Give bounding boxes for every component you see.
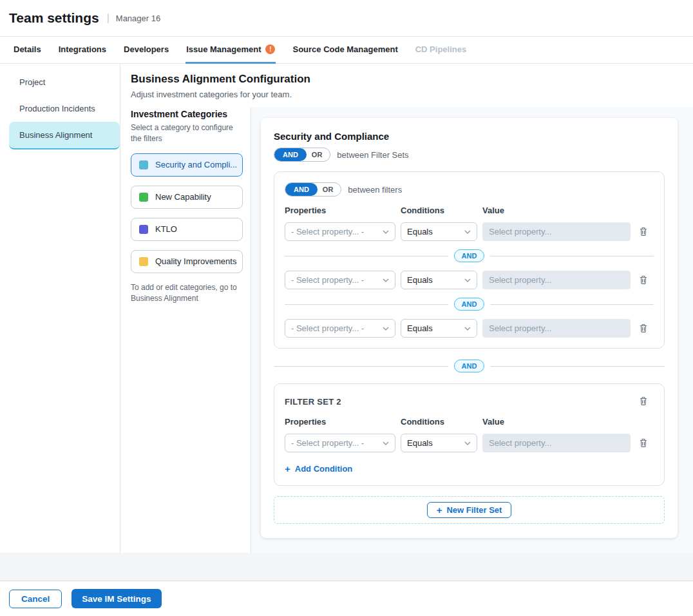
tab-source-code-management[interactable]: Source Code Management [292,37,398,64]
settings-tabbar: Details Integrations Developers Issue Ma… [0,37,693,64]
footer-spacer [0,553,693,581]
filter-set-2-title: FILTER SET 2 [285,394,341,407]
and-separator: AND [285,298,654,311]
conditions-header: Conditions [401,417,482,427]
condition-select[interactable]: Equals [401,434,477,452]
category-color-swatch [139,257,148,266]
tab-integrations[interactable]: Integrations [58,37,107,64]
column-headers: Properties Conditions Value [285,206,654,215]
trash-icon [638,396,649,407]
filter-set-1: AND OR between filters Properties Condit… [274,171,665,349]
chevron-down-icon [464,278,471,282]
and-connector-pill: AND [454,298,485,311]
category-color-swatch [139,193,148,202]
value-input [482,271,631,289]
category-quality-improvements[interactable]: Quality Improvements [131,250,243,273]
warning-icon: ! [265,44,275,54]
trash-icon [638,438,649,448]
new-filter-set-button[interactable]: + New Filter Set [427,502,512,518]
plus-icon: + [285,464,290,474]
investment-categories-panel: Investment Categories Select a category … [120,108,251,553]
filters-andor-toggle[interactable]: AND OR [285,182,341,197]
delete-condition-button[interactable] [637,322,650,335]
property-select[interactable]: - Select property... - [285,271,395,289]
value-header: Value [482,206,504,215]
add-condition-button[interactable]: + Add Condition [285,464,352,474]
conditions-header: Conditions [401,206,482,215]
property-select[interactable]: - Select property... - [285,222,395,241]
chevron-down-icon [383,327,389,331]
plus-icon: + [437,505,442,515]
category-label: Quality Improvements [155,256,236,266]
and-toggle-option[interactable]: AND [274,148,307,161]
or-toggle-option[interactable]: OR [307,148,330,161]
categories-subtitle: Select a category to configure the filte… [131,122,243,144]
and-separator: AND [285,249,654,262]
new-filter-set-dropzone: + New Filter Set [274,496,665,524]
condition-row: - Select property... - Equals [285,319,654,338]
condition-row: - Select property... - Equals [285,271,654,289]
sidebar-item-business-alignment[interactable]: Business Alignment [9,122,120,149]
trash-icon [638,226,649,237]
toggle-suffix: between filters [348,185,402,195]
chevron-down-icon [464,230,471,234]
tab-issue-management[interactable]: Issue Management ! [185,37,276,64]
categories-title: Investment Categories [131,109,243,119]
chevron-down-icon [464,327,471,331]
delete-condition-button[interactable] [637,273,650,287]
or-toggle-option[interactable]: OR [318,183,341,196]
property-select[interactable]: - Select property... - [285,434,395,452]
delete-condition-button[interactable] [637,225,650,238]
category-color-swatch [139,225,148,234]
toggle-suffix: between Filter Sets [337,150,408,160]
condition-row: - Select property... - Equals [285,434,654,452]
filter-set-and-separator: AND [274,360,665,372]
tab-developers[interactable]: Developers [123,37,169,64]
value-input [482,319,631,338]
sidebar-item-project[interactable]: Project [9,69,120,95]
condition-select[interactable]: Equals [401,271,477,289]
value-header: Value [482,417,504,427]
category-ktlo[interactable]: KTLO [131,218,243,241]
and-toggle-option[interactable]: AND [285,183,318,196]
delete-filter-set-button[interactable] [637,394,650,408]
value-input [482,222,631,241]
condition-select[interactable]: Equals [401,319,477,338]
and-connector-pill: AND [454,249,485,262]
filter-sets-andor-toggle[interactable]: AND OR [274,148,330,162]
category-label: KTLO [155,224,177,234]
properties-header: Properties [285,417,401,427]
category-color-swatch [139,160,148,169]
settings-sidebar: Project Production Incidents Business Al… [0,64,120,553]
chevron-down-icon [464,441,471,445]
condition-row: - Select property... - Equals [285,222,654,241]
value-input [482,434,631,452]
categories-footnote: To add or edit categories, go to Busines… [131,282,243,305]
filter-configuration-area: Security and Compliance AND OR between F… [251,108,693,553]
sidebar-item-production-incidents[interactable]: Production Incidents [9,95,120,122]
category-filters-card: Security and Compliance AND OR between F… [261,118,678,538]
category-label: New Capability [155,192,211,202]
page-header: Team settings | Manager 16 [0,0,693,37]
property-select[interactable]: - Select property... - [285,319,395,338]
category-security-and-compliance[interactable]: Security and Compli... [131,153,243,177]
and-connector-pill: AND [454,360,485,372]
chevron-down-icon [383,278,389,282]
cancel-button[interactable]: Cancel [9,590,62,608]
title-divider: | [107,12,109,24]
category-new-capability[interactable]: New Capability [131,186,243,209]
delete-condition-button[interactable] [637,436,650,450]
tab-details[interactable]: Details [13,37,42,64]
properties-header: Properties [285,206,401,215]
column-headers: Properties Conditions Value [285,417,654,427]
selected-category-title: Security and Compliance [274,131,665,142]
page-subtitle: Adjust investment categories for your te… [131,90,678,99]
app-title: Team settings [9,10,99,26]
save-im-settings-button[interactable]: Save IM Settings [71,589,161,608]
page-title: Business Alignment Configuration [131,73,678,86]
main-panel: Business Alignment Configuration Adjust … [120,64,693,553]
condition-select[interactable]: Equals [401,222,477,241]
content-area: Project Production Incidents Business Al… [0,64,693,553]
trash-icon [638,323,649,334]
page-head: Business Alignment Configuration Adjust … [120,64,693,108]
